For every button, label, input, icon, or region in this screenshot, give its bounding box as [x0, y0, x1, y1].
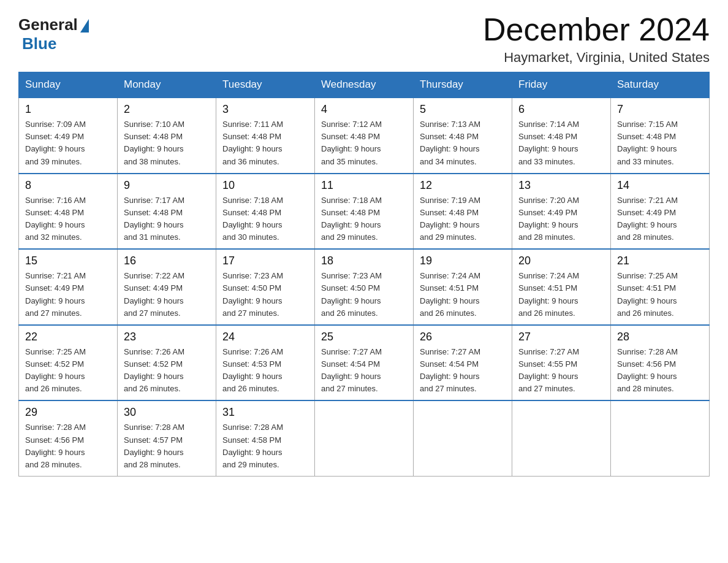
calendar-week-row-1: 1Sunrise: 7:09 AMSunset: 4:49 PMDaylight… — [19, 98, 710, 174]
day-info: Sunrise: 7:28 AMSunset: 4:58 PMDaylight:… — [222, 421, 308, 471]
calendar-header-row: SundayMondayTuesdayWednesdayThursdayFrid… — [19, 72, 710, 98]
calendar-day-18: 18Sunrise: 7:23 AMSunset: 4:50 PMDayligh… — [315, 249, 414, 325]
day-info: Sunrise: 7:28 AMSunset: 4:56 PMDaylight:… — [617, 346, 703, 396]
day-info: Sunrise: 7:27 AMSunset: 4:55 PMDaylight:… — [518, 346, 604, 396]
calendar-day-7: 7Sunrise: 7:15 AMSunset: 4:48 PMDaylight… — [611, 98, 710, 174]
calendar-day-25: 25Sunrise: 7:27 AMSunset: 4:54 PMDayligh… — [315, 325, 414, 401]
day-info: Sunrise: 7:19 AMSunset: 4:48 PMDaylight:… — [420, 194, 506, 244]
day-number: 3 — [222, 103, 308, 116]
calendar-empty-cell — [512, 400, 611, 476]
calendar-day-11: 11Sunrise: 7:18 AMSunset: 4:48 PMDayligh… — [315, 174, 414, 250]
calendar-day-27: 27Sunrise: 7:27 AMSunset: 4:55 PMDayligh… — [512, 325, 611, 401]
calendar-day-26: 26Sunrise: 7:27 AMSunset: 4:54 PMDayligh… — [414, 325, 512, 401]
day-number: 26 — [420, 331, 506, 343]
day-number: 4 — [321, 103, 407, 116]
day-info: Sunrise: 7:27 AMSunset: 4:54 PMDaylight:… — [420, 346, 506, 396]
calendar-day-4: 4Sunrise: 7:12 AMSunset: 4:48 PMDaylight… — [315, 98, 414, 174]
calendar-table: SundayMondayTuesdayWednesdayThursdayFrid… — [18, 72, 710, 477]
day-number: 9 — [124, 179, 210, 192]
calendar-day-5: 5Sunrise: 7:13 AMSunset: 4:48 PMDaylight… — [414, 98, 512, 174]
day-info: Sunrise: 7:18 AMSunset: 4:48 PMDaylight:… — [222, 194, 308, 244]
day-number: 12 — [420, 179, 506, 192]
calendar-day-header-wednesday: Wednesday — [315, 72, 414, 98]
day-info: Sunrise: 7:22 AMSunset: 4:49 PMDaylight:… — [124, 270, 210, 320]
day-number: 24 — [222, 331, 308, 343]
calendar-day-10: 10Sunrise: 7:18 AMSunset: 4:48 PMDayligh… — [216, 174, 315, 250]
day-info: Sunrise: 7:09 AMSunset: 4:49 PMDaylight:… — [25, 118, 111, 168]
calendar-day-19: 19Sunrise: 7:24 AMSunset: 4:51 PMDayligh… — [414, 249, 512, 325]
day-info: Sunrise: 7:18 AMSunset: 4:48 PMDaylight:… — [321, 194, 407, 244]
calendar-day-29: 29Sunrise: 7:28 AMSunset: 4:56 PMDayligh… — [19, 400, 118, 476]
calendar-day-23: 23Sunrise: 7:26 AMSunset: 4:52 PMDayligh… — [118, 325, 216, 401]
calendar-day-31: 31Sunrise: 7:28 AMSunset: 4:58 PMDayligh… — [216, 400, 315, 476]
logo: General Blue — [18, 12, 89, 53]
calendar-day-14: 14Sunrise: 7:21 AMSunset: 4:49 PMDayligh… — [611, 174, 710, 250]
calendar-day-24: 24Sunrise: 7:26 AMSunset: 4:53 PMDayligh… — [216, 325, 315, 401]
day-number: 21 — [617, 255, 703, 267]
day-number: 11 — [321, 179, 407, 192]
calendar-day-header-tuesday: Tuesday — [216, 72, 315, 98]
day-info: Sunrise: 7:28 AMSunset: 4:56 PMDaylight:… — [25, 421, 111, 471]
calendar-day-header-saturday: Saturday — [611, 72, 710, 98]
day-info: Sunrise: 7:25 AMSunset: 4:51 PMDaylight:… — [617, 270, 703, 320]
calendar-day-8: 8Sunrise: 7:16 AMSunset: 4:48 PMDaylight… — [19, 174, 118, 250]
day-info: Sunrise: 7:10 AMSunset: 4:48 PMDaylight:… — [124, 118, 210, 168]
day-number: 14 — [617, 179, 703, 192]
location-subtitle: Haymarket, Virginia, United States — [483, 50, 710, 66]
day-number: 29 — [25, 406, 111, 419]
day-info: Sunrise: 7:25 AMSunset: 4:52 PMDaylight:… — [25, 346, 111, 396]
day-info: Sunrise: 7:27 AMSunset: 4:54 PMDaylight:… — [321, 346, 407, 396]
day-info: Sunrise: 7:13 AMSunset: 4:48 PMDaylight:… — [420, 118, 506, 168]
day-number: 23 — [124, 331, 210, 343]
day-info: Sunrise: 7:23 AMSunset: 4:50 PMDaylight:… — [321, 270, 407, 320]
day-info: Sunrise: 7:14 AMSunset: 4:48 PMDaylight:… — [518, 118, 604, 168]
day-number: 7 — [617, 103, 703, 116]
day-number: 6 — [518, 103, 604, 116]
title-block: December 2024 Haymarket, Virginia, Unite… — [483, 12, 710, 66]
day-number: 30 — [124, 406, 210, 419]
calendar-day-20: 20Sunrise: 7:24 AMSunset: 4:51 PMDayligh… — [512, 249, 611, 325]
day-number: 2 — [124, 103, 210, 116]
day-info: Sunrise: 7:24 AMSunset: 4:51 PMDaylight:… — [420, 270, 506, 320]
calendar-day-9: 9Sunrise: 7:17 AMSunset: 4:48 PMDaylight… — [118, 174, 216, 250]
calendar-day-header-friday: Friday — [512, 72, 611, 98]
day-info: Sunrise: 7:17 AMSunset: 4:48 PMDaylight:… — [124, 194, 210, 244]
calendar-day-17: 17Sunrise: 7:23 AMSunset: 4:50 PMDayligh… — [216, 249, 315, 325]
logo-triangle-icon — [80, 19, 89, 33]
day-number: 28 — [617, 331, 703, 343]
day-info: Sunrise: 7:26 AMSunset: 4:53 PMDaylight:… — [222, 346, 308, 396]
month-title: December 2024 — [483, 12, 710, 47]
day-info: Sunrise: 7:26 AMSunset: 4:52 PMDaylight:… — [124, 346, 210, 396]
day-number: 20 — [518, 255, 604, 267]
day-info: Sunrise: 7:11 AMSunset: 4:48 PMDaylight:… — [222, 118, 308, 168]
day-number: 10 — [222, 179, 308, 192]
day-number: 15 — [25, 255, 111, 267]
calendar-day-3: 3Sunrise: 7:11 AMSunset: 4:48 PMDaylight… — [216, 98, 315, 174]
calendar-empty-cell — [315, 400, 414, 476]
calendar-empty-cell — [414, 400, 512, 476]
calendar-day-2: 2Sunrise: 7:10 AMSunset: 4:48 PMDaylight… — [118, 98, 216, 174]
calendar-day-13: 13Sunrise: 7:20 AMSunset: 4:49 PMDayligh… — [512, 174, 611, 250]
day-info: Sunrise: 7:16 AMSunset: 4:48 PMDaylight:… — [25, 194, 111, 244]
day-number: 1 — [25, 103, 111, 116]
calendar-day-1: 1Sunrise: 7:09 AMSunset: 4:49 PMDaylight… — [19, 98, 118, 174]
page-header: General Blue December 2024 Haymarket, Vi… — [18, 12, 710, 66]
day-info: Sunrise: 7:15 AMSunset: 4:48 PMDaylight:… — [617, 118, 703, 168]
calendar-day-22: 22Sunrise: 7:25 AMSunset: 4:52 PMDayligh… — [19, 325, 118, 401]
calendar-day-header-thursday: Thursday — [414, 72, 512, 98]
day-number: 27 — [518, 331, 604, 343]
calendar-day-16: 16Sunrise: 7:22 AMSunset: 4:49 PMDayligh… — [118, 249, 216, 325]
calendar-day-header-monday: Monday — [118, 72, 216, 98]
day-info: Sunrise: 7:21 AMSunset: 4:49 PMDaylight:… — [25, 270, 111, 320]
calendar-day-12: 12Sunrise: 7:19 AMSunset: 4:48 PMDayligh… — [414, 174, 512, 250]
day-info: Sunrise: 7:24 AMSunset: 4:51 PMDaylight:… — [518, 270, 604, 320]
calendar-empty-cell — [611, 400, 710, 476]
day-number: 13 — [518, 179, 604, 192]
logo-blue-text: Blue — [22, 34, 56, 53]
day-info: Sunrise: 7:20 AMSunset: 4:49 PMDaylight:… — [518, 194, 604, 244]
day-number: 19 — [420, 255, 506, 267]
day-number: 5 — [420, 103, 506, 116]
calendar-day-15: 15Sunrise: 7:21 AMSunset: 4:49 PMDayligh… — [19, 249, 118, 325]
day-number: 18 — [321, 255, 407, 267]
day-info: Sunrise: 7:23 AMSunset: 4:50 PMDaylight:… — [222, 270, 308, 320]
